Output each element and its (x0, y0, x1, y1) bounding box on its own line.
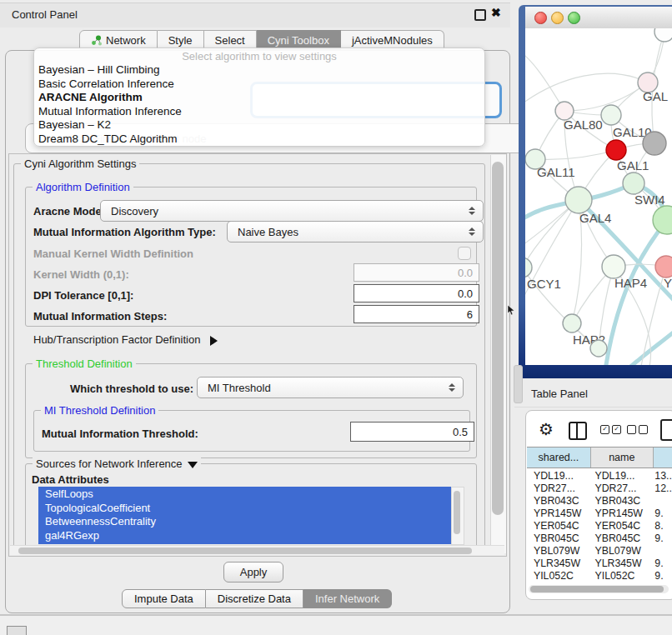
table-row[interactable]: YLR345WYLR345W9. (527, 558, 672, 570)
settings-horizontal-scrollbar[interactable] (10, 545, 504, 555)
close-traffic-light-icon[interactable] (534, 12, 547, 24)
table-hscroll-thumb[interactable] (530, 586, 664, 592)
algorithm-menu-item[interactable]: Bayesian – K2 (38, 118, 480, 132)
apply-button-label: Apply (240, 566, 268, 578)
table-row[interactable]: YDR27...YDR27...12... (527, 482, 672, 495)
select-all-checkboxes-icon[interactable]: ✓✓ (600, 425, 621, 434)
network-edge[interactable] (525, 52, 564, 111)
apply-button[interactable]: Apply (223, 562, 283, 582)
table-cell: YLR345W (589, 558, 649, 570)
network-node[interactable] (643, 132, 666, 155)
dpi-tolerance-field[interactable]: 0.0 (354, 284, 479, 302)
which-threshold-combo[interactable]: MI Threshold (197, 377, 464, 398)
algorithm-menu-item[interactable]: Mutual Information Inference (38, 105, 480, 119)
column-header[interactable] (654, 448, 672, 468)
table-row[interactable]: YDL19...YDL19...13... (527, 470, 672, 482)
which-threshold-value: MI Threshold (208, 382, 271, 394)
data-attribute-item[interactable]: TopologicalCoefficient (45, 502, 457, 516)
table-rows: YDL19...YDL19...13...YDR27...YDR27...12.… (527, 470, 672, 583)
zoom-traffic-light-icon[interactable] (568, 12, 580, 24)
algorithm-menu-item[interactable]: ARACNE Algorithm (38, 91, 480, 105)
bottom-tab-impute-data[interactable]: Impute Data (122, 589, 206, 608)
algorithm-menu-item[interactable]: Basic Correlation Inference (38, 78, 480, 92)
gear-icon[interactable]: ⚙ (539, 419, 554, 439)
table-row[interactable]: YBR045CYBR045C9. (527, 532, 672, 545)
network-node-gal1[interactable] (606, 140, 626, 160)
table-row[interactable]: YPR145WYPR145W9. (527, 508, 672, 520)
columns-icon[interactable] (569, 422, 587, 440)
network-canvas[interactable]: GALGAL80GAL10GAL1GAL11SWI4GAL4GCY1HAP4YH… (525, 28, 672, 365)
close-icon[interactable]: ✖ (491, 6, 501, 19)
kernel-width-value: 0.0 (458, 267, 473, 279)
network-node-swi4[interactable] (623, 172, 644, 194)
table-row[interactable]: YBL079WYBL079W (527, 545, 672, 558)
attr-list-scrollbar-thumb[interactable] (454, 491, 460, 534)
table-row[interactable]: YIL052CYIL052C9. (527, 570, 672, 582)
network-node-hap4[interactable] (602, 255, 625, 278)
network-edge[interactable] (535, 150, 616, 159)
sources-title-text: Sources for Network Inference (36, 458, 183, 470)
network-edge-thick[interactable] (615, 327, 672, 365)
aracne-mode-combo[interactable]: Discovery (100, 200, 484, 222)
hub-definition-toggle[interactable]: Hub/Transcription Factor Definition (33, 333, 218, 346)
bottom-tab-discretize-data[interactable]: Discretize Data (206, 589, 303, 608)
network-node[interactable] (653, 206, 672, 234)
table-row[interactable]: YER054CYER054C8. (527, 520, 672, 532)
attr-list-scrollbar[interactable] (451, 487, 464, 545)
data-attribute-item[interactable]: BetweennessCentrality (45, 515, 457, 529)
table-cell: YIL052C (527, 570, 589, 582)
data-attribute-item[interactable]: gal4RGexp (45, 529, 457, 543)
table-cell: YER054C (527, 520, 589, 532)
bottom-tab-infer-network[interactable]: Infer Network (303, 589, 392, 608)
table-cell: YPR145W (527, 508, 589, 520)
table-row[interactable]: YBR043CYBR043C (527, 495, 672, 508)
tab-label: jActiveMNodules (352, 34, 433, 47)
table-cell: YLR345W (527, 558, 589, 570)
table-cell: YBR045C (527, 532, 589, 545)
collapse-down-icon[interactable] (188, 462, 198, 468)
kernel-width-field[interactable]: 0.0 (354, 263, 479, 282)
data-attribute-item[interactable]: SelfLoops (45, 488, 457, 502)
hscroll-thumb[interactable] (18, 548, 472, 554)
network-window-titlebar[interactable] (525, 7, 672, 29)
network-node-gal10[interactable] (601, 105, 621, 125)
float-window-icon[interactable] (474, 9, 486, 21)
table-cell: YER054C (589, 520, 649, 532)
network-node-hap2[interactable] (563, 314, 581, 332)
mi-threshold-label: Mutual Information Threshold: (42, 428, 198, 440)
aracne-mode-label: Aracne Mode: (33, 205, 105, 218)
manual-kernel-checkbox[interactable] (458, 247, 471, 260)
minimize-traffic-light-icon[interactable] (551, 12, 564, 24)
data-attributes-list[interactable]: SelfLoopsTopologicalCoefficientBetweenne… (38, 487, 457, 544)
network-icon (91, 35, 102, 46)
table-cell: YBR043C (589, 495, 649, 508)
table-cell: YIL052C (589, 570, 649, 582)
table-cell: YDR27... (589, 482, 649, 495)
table-horizontal-scrollbar[interactable] (529, 585, 669, 593)
algorithm-menu-item[interactable]: Dream8 DC_TDC Algorithm (38, 132, 480, 147)
panel-divider-handle[interactable] (514, 365, 523, 403)
network-node-y[interactable] (655, 256, 672, 278)
deselect-all-checkboxes-icon[interactable] (627, 425, 648, 434)
mi-type-combo[interactable]: Naive Bayes (227, 221, 484, 242)
network-node[interactable] (654, 28, 672, 42)
mi-steps-field[interactable]: 6 (354, 305, 479, 323)
column-header[interactable]: name (591, 448, 654, 468)
column-header[interactable]: shared... (527, 448, 591, 468)
expand-right-icon[interactable] (210, 336, 218, 346)
table-cell: YBL079W (589, 545, 649, 558)
table-panel-divider (514, 407, 672, 408)
network-node-gal4[interactable] (565, 187, 592, 213)
bottom-left-widget[interactable] (7, 626, 27, 635)
mi-threshold-field[interactable]: 0.5 (350, 422, 474, 442)
network-node-gcy1[interactable] (525, 258, 532, 278)
settings-scrollbar-thumb[interactable] (492, 162, 504, 515)
algorithm-dropdown-items: Bayesian – Hill ClimbingBasic Correlatio… (38, 63, 480, 146)
table-cell (648, 545, 672, 558)
new-table-icon[interactable] (660, 419, 672, 441)
table-cell: 9. (648, 558, 672, 570)
table-cell: YPR145W (589, 508, 649, 520)
control-panel-title: Control Panel (12, 8, 78, 21)
network-node[interactable] (590, 340, 607, 357)
algorithm-menu-item[interactable]: Bayesian – Hill Climbing (38, 63, 480, 78)
